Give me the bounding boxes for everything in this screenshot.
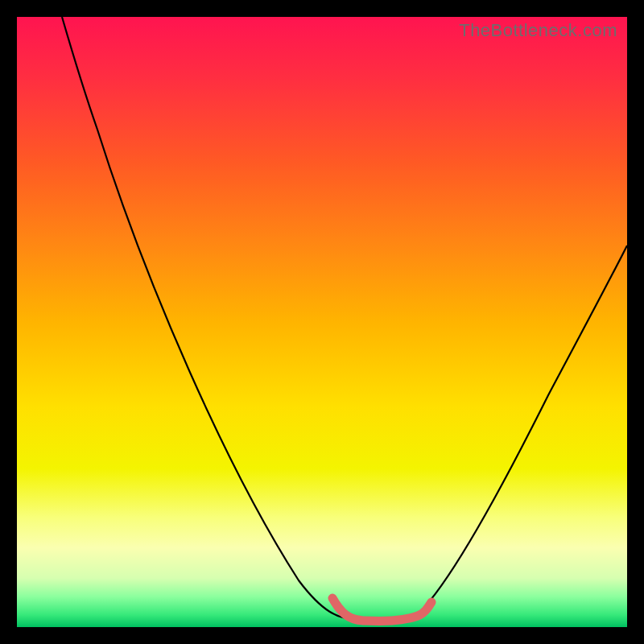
chart-frame: TheBottleneck.com [0,0,644,644]
optimal-range-marker [332,598,431,621]
plot-area: TheBottleneck.com [17,17,627,627]
watermark-text: TheBottleneck.com [459,20,617,41]
chart-svg [17,17,627,627]
bottleneck-curve [62,17,627,619]
